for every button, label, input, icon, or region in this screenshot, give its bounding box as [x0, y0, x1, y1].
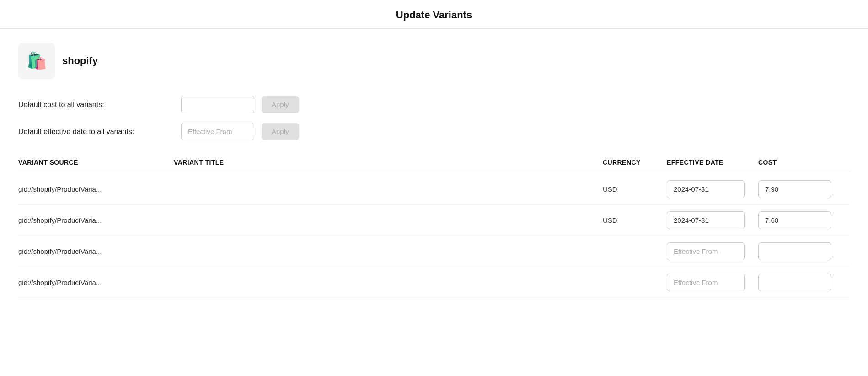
cost-cell [758, 180, 850, 198]
table-row: gid://shopify/ProductVaria... USD [18, 174, 850, 205]
effective-date-input-0[interactable] [667, 180, 745, 198]
brand-name: shopify [62, 55, 98, 67]
cost-input-3[interactable] [758, 274, 831, 291]
variant-source-cell: gid://shopify/ProductVaria... [18, 185, 174, 193]
effective-date-cell [667, 274, 758, 291]
page-title: Update Variants [0, 9, 868, 21]
cost-default-row: Default cost to all variants: Apply [18, 96, 850, 113]
cost-default-input[interactable] [181, 96, 254, 113]
effective-date-cell [667, 180, 758, 198]
table-row: gid://shopify/ProductVaria... [18, 267, 850, 298]
col-header-variant-source: VARIANT SOURCE [18, 159, 174, 166]
col-header-cost: COST [758, 159, 850, 166]
date-default-input[interactable] [181, 123, 254, 140]
table-row: gid://shopify/ProductVaria... USD [18, 205, 850, 236]
col-header-effective-date: EFFECTIVE DATE [667, 159, 758, 166]
currency-cell: USD [603, 216, 667, 224]
shopify-icon: 🛍️ [27, 51, 47, 70]
cost-cell [758, 242, 850, 260]
col-header-variant-title: VARIANT TITLE [174, 159, 603, 166]
page-content: 🛍️ shopify Default cost to all variants:… [0, 29, 868, 312]
table-header: VARIANT SOURCE VARIANT TITLE CURRENCY EF… [18, 155, 850, 172]
effective-date-input-1[interactable] [667, 211, 745, 229]
cost-cell [758, 274, 850, 291]
brand-logo: 🛍️ [18, 43, 55, 79]
effective-date-cell [667, 242, 758, 260]
cost-apply-button[interactable]: Apply [262, 96, 299, 113]
date-apply-button[interactable]: Apply [262, 123, 299, 140]
table-row: gid://shopify/ProductVaria... [18, 236, 850, 267]
defaults-section: Default cost to all variants: Apply Defa… [18, 96, 850, 140]
currency-cell: USD [603, 185, 667, 193]
variant-source-cell: gid://shopify/ProductVaria... [18, 216, 174, 224]
effective-date-input-3[interactable] [667, 274, 745, 291]
cost-input-1[interactable] [758, 211, 831, 229]
effective-date-input-2[interactable] [667, 242, 745, 260]
cost-cell [758, 211, 850, 229]
brand-section: 🛍️ shopify [18, 43, 850, 79]
cost-input-2[interactable] [758, 242, 831, 260]
variant-source-cell: gid://shopify/ProductVaria... [18, 279, 174, 286]
date-default-label: Default effective date to all variants: [18, 128, 174, 136]
col-header-currency: CURRENCY [603, 159, 667, 166]
variants-table: VARIANT SOURCE VARIANT TITLE CURRENCY EF… [18, 155, 850, 298]
variant-source-cell: gid://shopify/ProductVaria... [18, 247, 174, 255]
cost-default-label: Default cost to all variants: [18, 101, 174, 109]
effective-date-cell [667, 211, 758, 229]
cost-input-0[interactable] [758, 180, 831, 198]
date-default-row: Default effective date to all variants: … [18, 123, 850, 140]
page-header: Update Variants [0, 0, 868, 29]
